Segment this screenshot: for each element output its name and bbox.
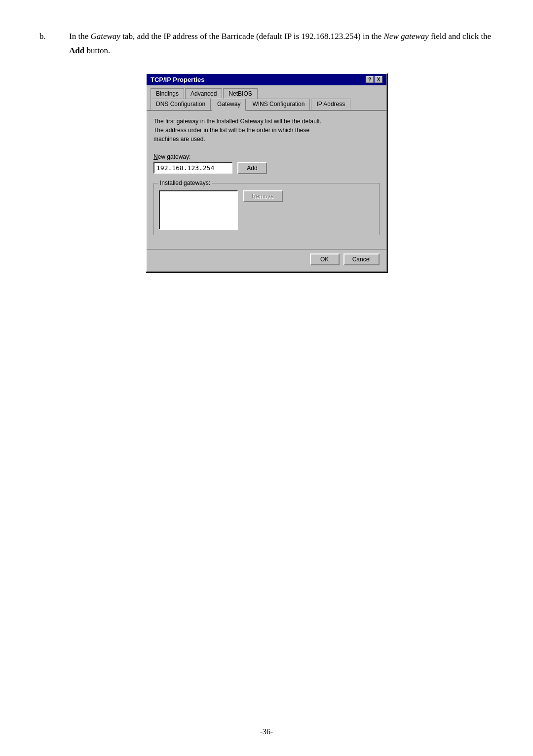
- instruction-label: b.: [39, 30, 59, 58]
- tabs-row1: Bindings Advanced NetBIOS: [147, 85, 386, 99]
- info-text: The first gateway in the Installed Gatew…: [153, 117, 380, 144]
- close-button[interactable]: X: [375, 76, 382, 83]
- tab-bindings[interactable]: Bindings: [151, 88, 184, 99]
- tcp-ip-properties-dialog: TCP/IP Properties ? X Bindings Advanced …: [146, 73, 387, 272]
- text-part1: In the: [69, 32, 88, 41]
- cancel-button[interactable]: Cancel: [343, 253, 380, 265]
- gateway-tab-ref: Gateway: [90, 32, 120, 41]
- help-button[interactable]: ?: [366, 76, 374, 83]
- installed-gateways-label: Installed gateways:: [158, 180, 212, 186]
- new-gateway-field-ref: New gateway: [384, 32, 429, 41]
- new-gateway-label-text: New gateway:: [153, 153, 190, 160]
- dialog-container: TCP/IP Properties ? X Bindings Advanced …: [39, 73, 494, 272]
- instruction-paragraph: b. In the Gateway tab, add the IP addres…: [39, 30, 494, 58]
- page-number: -36-: [260, 727, 273, 736]
- tab-netbios[interactable]: NetBIOS: [223, 88, 257, 99]
- ok-button[interactable]: OK: [310, 253, 340, 265]
- tab-ip-address[interactable]: IP Address: [311, 99, 350, 110]
- titlebar-buttons: ? X: [366, 76, 382, 83]
- text-part3: field and click the: [431, 32, 491, 41]
- tab-dns-configuration[interactable]: DNS Configuration: [151, 99, 211, 110]
- tabs-row2: DNS Configuration Gateway WINS Configura…: [147, 99, 386, 111]
- dialog-title: TCP/IP Properties: [151, 76, 205, 83]
- group-inner: Remove: [159, 190, 374, 230]
- new-gateway-input[interactable]: [153, 162, 232, 174]
- dialog-footer: OK Cancel: [147, 249, 386, 271]
- tab-gateway[interactable]: Gateway: [212, 99, 246, 111]
- tab-advanced[interactable]: Advanced: [185, 88, 222, 99]
- dialog-body: The first gateway in the Installed Gatew…: [147, 111, 386, 249]
- add-button[interactable]: Add: [237, 162, 267, 174]
- text-part4: button.: [86, 46, 110, 55]
- dialog-titlebar: TCP/IP Properties ? X: [147, 74, 386, 85]
- instruction-body: In the Gateway tab, add the IP address o…: [69, 30, 494, 58]
- installed-gateways-group: Installed gateways: Remove: [153, 183, 380, 235]
- add-button-ref: Add: [69, 46, 84, 55]
- new-gateway-row: Add: [153, 162, 380, 174]
- installed-gateways-list[interactable]: [159, 190, 238, 230]
- remove-button[interactable]: Remove: [243, 190, 283, 202]
- new-gateway-label: New gateway:: [153, 153, 380, 160]
- tab-wins-configuration[interactable]: WINS Configuration: [247, 99, 310, 110]
- text-part2: tab, add the IP address of the Barricade…: [122, 32, 383, 41]
